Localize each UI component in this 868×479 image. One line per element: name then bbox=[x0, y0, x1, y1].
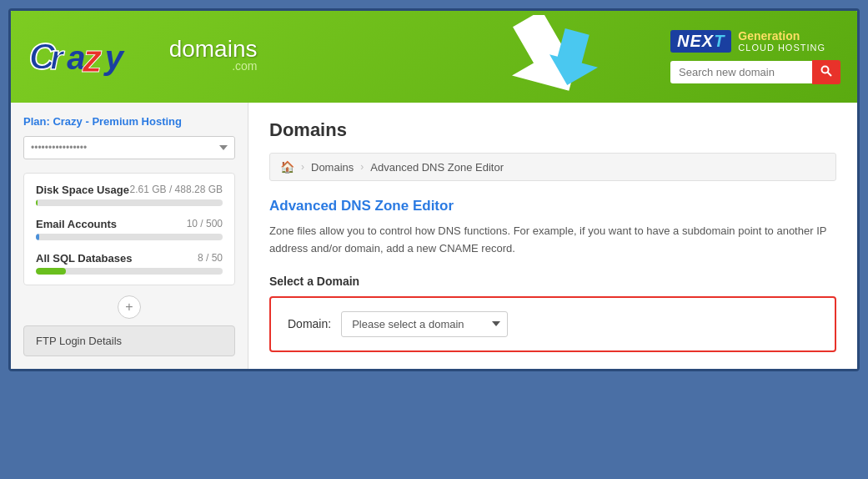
sql-label: All SQL Databases bbox=[36, 252, 132, 265]
crazy-logo: C r a z y bbox=[28, 36, 164, 78]
plan-name: Crazy - Premium Hosting bbox=[53, 115, 182, 128]
section-title: Advanced DNS Zone Editor bbox=[269, 198, 836, 214]
email-value: 10 / 500 bbox=[187, 218, 223, 230]
disk-value: 2.61 GB / 488.28 GB bbox=[130, 184, 223, 196]
sql-progress-track bbox=[36, 268, 223, 275]
email-label: Email Accounts bbox=[36, 218, 117, 230]
main-layout: Plan: Crazy - Premium Hosting ••••••••••… bbox=[11, 103, 857, 369]
account-select[interactable]: •••••••••••••••• bbox=[23, 136, 235, 159]
disk-progress-bar bbox=[36, 199, 38, 206]
domain-dropdown[interactable]: Please select a domain bbox=[341, 311, 508, 337]
header-right: NEXT Generation CLOUD HOSTING bbox=[670, 29, 840, 85]
arrow-decoration bbox=[490, 15, 590, 98]
domain-select-box: Domain: Please select a domain bbox=[269, 296, 836, 352]
content-area: Domains 🏠 › Domains › Advanced DNS Zone … bbox=[248, 103, 857, 369]
breadcrumb: 🏠 › Domains › Advanced DNS Zone Editor bbox=[269, 153, 836, 181]
next-badge: NEXT bbox=[670, 30, 731, 53]
plan-prefix: Plan: bbox=[23, 115, 50, 128]
disk-label: Disk Space Usage bbox=[36, 184, 129, 196]
breadcrumb-current: Advanced DNS Zone Editor bbox=[370, 161, 504, 174]
svg-line-8 bbox=[828, 73, 832, 77]
search-icon bbox=[820, 65, 832, 77]
sql-value: 8 / 50 bbox=[198, 252, 223, 265]
breadcrumb-sep-2: › bbox=[360, 161, 364, 173]
svg-point-7 bbox=[822, 67, 829, 73]
logo-area: C r a z y domains .com bbox=[28, 36, 257, 78]
sidebar: Plan: Crazy - Premium Hosting ••••••••••… bbox=[11, 103, 248, 369]
breadcrumb-domains[interactable]: Domains bbox=[311, 161, 354, 174]
search-bar bbox=[670, 60, 840, 84]
disk-progress-track bbox=[36, 199, 223, 206]
svg-text:y: y bbox=[103, 39, 125, 76]
search-button[interactable] bbox=[812, 60, 840, 84]
description-text: Zone files allow you to control how DNS … bbox=[269, 223, 836, 258]
expand-button-wrapper: + bbox=[23, 295, 235, 319]
select-domain-label: Select a Domain bbox=[269, 275, 836, 288]
plan-label: Plan: Crazy - Premium Hosting bbox=[23, 115, 235, 128]
svg-text:z: z bbox=[82, 38, 102, 78]
email-accounts-stat: Email Accounts 10 / 500 bbox=[36, 218, 223, 240]
disk-space-stat: Disk Space Usage 2.61 GB / 488.28 GB bbox=[36, 184, 223, 206]
sql-databases-stat: All SQL Databases 8 / 50 bbox=[36, 252, 223, 275]
email-progress-track bbox=[36, 234, 223, 240]
stats-box: Disk Space Usage 2.61 GB / 488.28 GB Ema… bbox=[23, 173, 235, 285]
header: C r a z y domains .com bbox=[11, 11, 857, 103]
sql-progress-bar bbox=[36, 268, 66, 275]
generation-text: Generation CLOUD HOSTING bbox=[738, 29, 825, 54]
breadcrumb-sep-1: › bbox=[301, 161, 304, 173]
search-input[interactable] bbox=[670, 61, 812, 83]
email-progress-bar bbox=[36, 234, 39, 240]
domain-field-label: Domain: bbox=[288, 317, 331, 330]
next-cloud-branding: NEXT Generation CLOUD HOSTING bbox=[670, 29, 825, 54]
svg-text:r: r bbox=[50, 39, 65, 76]
ftp-login-details[interactable]: FTP Login Details bbox=[23, 325, 235, 356]
cloud-hosting-label: CLOUD HOSTING bbox=[738, 43, 825, 53]
breadcrumb-home-icon[interactable]: 🏠 bbox=[280, 160, 294, 174]
page-title: Domains bbox=[269, 119, 836, 141]
expand-button[interactable]: + bbox=[118, 295, 141, 319]
generation-label: Generation bbox=[738, 29, 825, 43]
